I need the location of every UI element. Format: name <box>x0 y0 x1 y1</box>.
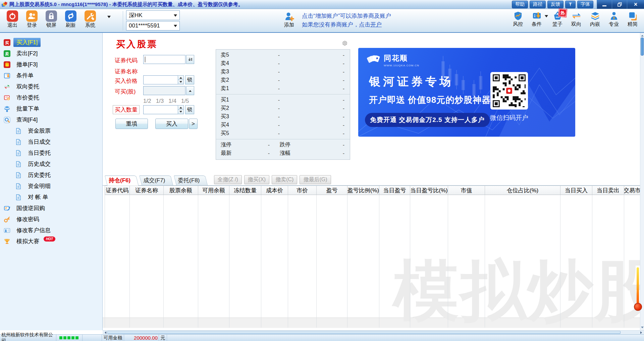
column-header-4[interactable]: 可用余额 <box>198 186 229 195</box>
code-input[interactable] <box>143 55 185 64</box>
column-header-14[interactable]: 当日买入 <box>560 186 592 195</box>
sidebar-item-change-customer-info[interactable]: 修改客户信息 <box>0 225 102 236</box>
tab-orders[interactable]: 委托(F8) <box>174 175 208 185</box>
minimize-button[interactable] <box>597 0 612 9</box>
sidebar-item-statement[interactable]: 对 帐 单 <box>0 192 102 203</box>
price-input[interactable] <box>143 75 178 84</box>
order-book-row[interactable]: 买2-- <box>216 104 350 113</box>
fraction-fifth[interactable]: 1/5 <box>181 98 189 105</box>
step-down-button[interactable] <box>178 80 184 84</box>
vertical-scroll-thumb[interactable] <box>641 38 644 56</box>
pin-button[interactable] <box>565 1 576 8</box>
tab-positions[interactable]: 持仓(F6) <box>105 175 139 185</box>
column-header-15[interactable]: 当日卖出 <box>592 186 624 195</box>
order-book-row[interactable]: 卖2-- <box>216 76 350 84</box>
scroll-up-button[interactable] <box>640 33 644 37</box>
ad-banner[interactable]: 同花顺 WWW.10JQKA.COM.CN 银河证券专场 开户即送 价值98元的… <box>358 48 575 137</box>
toolbar-embed-button[interactable]: 内嵌 <box>586 11 604 27</box>
toolbar-compact-button[interactable]: 精简 <box>623 11 642 27</box>
sidebar-item-funds-detail[interactable]: 资金明细 <box>0 181 102 192</box>
scroll-right-button[interactable] <box>640 331 644 334</box>
column-header-3[interactable]: 股票余额 <box>164 186 198 195</box>
quantity-lock-button[interactable]: 锁 <box>185 105 194 114</box>
toolbar-pro-button[interactable]: 专业 <box>604 11 623 27</box>
column-header-5[interactable]: 冻结数量 <box>229 186 261 195</box>
toolbar-lock-button[interactable]: 锁屏 <box>42 10 61 28</box>
cancel-last-button[interactable]: 撤最后(G) <box>300 175 331 184</box>
sidebar-item-history-deals[interactable]: 历史成交 <box>0 158 102 169</box>
cancel-sells-button[interactable]: 撤卖(C) <box>272 175 297 184</box>
column-header-7[interactable]: 市价 <box>288 186 317 195</box>
step-down-button[interactable] <box>178 110 184 114</box>
sidebar-item-today-deals[interactable]: 当日成交 <box>0 136 102 147</box>
sidebar-item-query-f4[interactable]: 查询[F4] <box>0 114 102 125</box>
fraction-third[interactable]: 1/3 <box>156 98 164 105</box>
order-book-row[interactable]: 买5-- <box>216 129 350 138</box>
column-header-16[interactable]: 交易市 <box>624 186 640 195</box>
open-account-link[interactable]: 开户 <box>370 21 382 28</box>
expand-button[interactable]: > <box>189 119 198 129</box>
account-select[interactable]: 001****5591 <box>126 21 180 30</box>
cancel-buys-button[interactable]: 撤买(X) <box>244 175 269 184</box>
toolbar-risk-button[interactable]: 风控 <box>508 11 527 27</box>
sidebar-item-condition-order[interactable]: 条件单 <box>0 70 102 81</box>
column-header-6[interactable]: 成本价 <box>261 186 288 195</box>
column-header-13[interactable]: 仓位占比(%) <box>485 186 560 195</box>
sidebar-item-buy-f1[interactable]: 买买入[F1] <box>0 37 102 48</box>
sidebar-item-change-password[interactable]: 修改密码 <box>0 214 102 225</box>
code-lookup-button[interactable] <box>186 55 194 64</box>
scroll-down-button[interactable] <box>640 326 644 330</box>
path-button[interactable]: 路径 <box>530 1 546 8</box>
sidebar-item-bond-repo[interactable]: 国债逆回购 <box>0 203 102 214</box>
vertical-scrollbar[interactable] <box>640 33 644 330</box>
reset-button[interactable]: 重填 <box>115 119 148 129</box>
sidebar-item-sim-contest[interactable]: 模拟大赛HOT <box>0 236 102 247</box>
toolbar-refresh-button[interactable]: 刷新 <box>61 10 80 28</box>
horizontal-scrollbar[interactable] <box>103 330 644 334</box>
help-button[interactable]: 帮助 <box>512 1 528 8</box>
sidebar-item-two-way-order[interactable]: 双向委托 <box>0 81 102 92</box>
order-book-row[interactable]: 卖5-- <box>216 51 350 59</box>
sidebar-item-sell-f2[interactable]: 卖卖出[F2] <box>0 48 102 59</box>
fraction-quarter[interactable]: 1/4 <box>168 98 176 105</box>
toolbar-exit-button[interactable]: 退出 <box>3 10 22 28</box>
fraction-half[interactable]: 1/2 <box>143 98 151 105</box>
column-header-11[interactable]: 当日盈亏比(%) <box>410 186 448 195</box>
toolbar-basket-button[interactable]: 篮子热 <box>548 11 567 27</box>
sidebar-item-batch-order[interactable]: 批量下单 <box>0 103 102 114</box>
available-expand-button[interactable] <box>186 86 194 95</box>
column-header-8[interactable]: 盈亏 <box>317 186 347 195</box>
feedback-button[interactable]: 反馈 <box>547 1 564 8</box>
column-header-10[interactable]: 当日盈亏 <box>379 186 410 195</box>
system-menu-caret[interactable] <box>107 16 111 20</box>
close-button[interactable]: × <box>627 0 644 9</box>
horizontal-scroll-thumb[interactable] <box>107 331 621 334</box>
order-book-row[interactable]: 买1-- <box>216 96 350 104</box>
tab-deals[interactable]: 成交(F7) <box>139 175 174 185</box>
order-book-row[interactable]: 卖1-- <box>216 84 350 93</box>
buy-button[interactable]: 买入 <box>155 119 188 129</box>
restore-button[interactable] <box>612 0 627 9</box>
toolbar-condition-button[interactable]: 条件 <box>527 11 546 27</box>
market-select[interactable]: 深HK <box>126 10 180 20</box>
step-up-button[interactable] <box>178 75 184 80</box>
sidebar-item-market-price-order[interactable]: $市价委托 <box>0 92 102 103</box>
price-lock-button[interactable]: 锁 <box>185 75 194 84</box>
column-header-9[interactable]: 盈亏比例(%) <box>347 186 379 195</box>
toolbar-two-way-button[interactable]: 双向 <box>567 11 586 27</box>
column-header-1[interactable]: 证券代码 <box>105 186 130 195</box>
cancel-all-button[interactable]: 全撤(Z /) <box>214 175 242 184</box>
order-book-row[interactable]: 买4-- <box>216 121 350 129</box>
add-account-button[interactable]: 添加 <box>281 11 297 28</box>
order-book-row[interactable]: 卖4-- <box>216 59 350 68</box>
order-book-row[interactable]: 买3-- <box>216 113 350 121</box>
column-header-2[interactable]: 证券名称 <box>130 186 164 195</box>
column-header-12[interactable]: 市值 <box>448 186 485 195</box>
gear-icon[interactable] <box>341 40 348 47</box>
sidebar-item-history-orders[interactable]: 历史委托 <box>0 169 102 181</box>
sidebar-item-cancel-f3[interactable]: 撤单[F3] <box>0 59 102 70</box>
font-button[interactable]: 字体 <box>577 1 593 8</box>
toolbar-system-button[interactable]: 系统 <box>80 10 100 28</box>
scroll-left-button[interactable] <box>103 331 107 334</box>
order-book-row[interactable]: 卖3-- <box>216 68 350 76</box>
